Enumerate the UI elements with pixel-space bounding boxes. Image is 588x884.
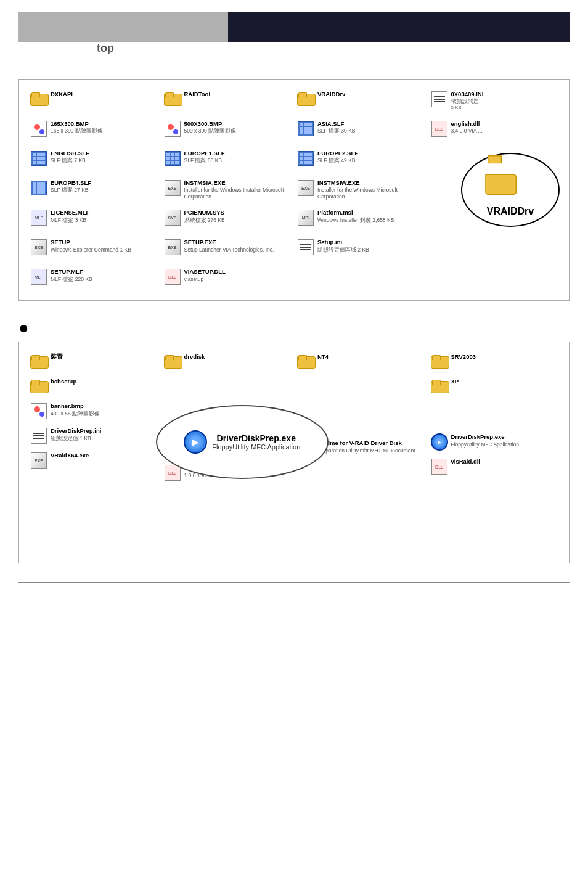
- list-item[interactable]: DLL english.dll 3.4.0.0 VIA ...: [429, 118, 560, 143]
- list-item[interactable]: SRV2003: [429, 351, 560, 376]
- bmp-icon: [30, 120, 47, 137]
- list-item[interactable]: EUROPE4.SLF SLF 檔案 27 KB: [28, 178, 160, 202]
- bmp-icon: [164, 120, 181, 137]
- list-item[interactable]: MLF SETUP.MLF MLF 檔案 220 KB: [28, 266, 160, 291]
- section2-box: 裝置 bcbsetup banner.bmp 430 x 55 點陣圖影像 Dr…: [18, 342, 570, 563]
- list-item[interactable]: 0X03409.INI 依預設問題 5 KB: [429, 89, 560, 113]
- exe-icon: EXE: [30, 452, 47, 469]
- list-item[interactable]: banner.bmp 430 x 55 點陣圖影像: [28, 401, 160, 425]
- list-item[interactable]: ▶ DriverDiskPrep.exe FloppyUtility MFC A…: [429, 432, 560, 456]
- list-item[interactable]: EUROPE1.SLF SLF 檔案 60 KB: [162, 148, 293, 173]
- exe-icon: ▶: [431, 433, 448, 451]
- callout-text: DriverDiskPrep.exe FloppyUtility MFC App…: [212, 433, 300, 451]
- header-right: [228, 12, 570, 42]
- folder-icon: [164, 91, 181, 108]
- ini-icon: [30, 427, 47, 444]
- driverdiskprep-callout: ▶ DriverDiskPrep.exe FloppyUtility MFC A…: [156, 405, 329, 479]
- slf-icon: [297, 120, 314, 137]
- dll-icon: DLL: [164, 464, 181, 481]
- list-item[interactable]: VRAIDDrv: [295, 89, 427, 113]
- list-item: [429, 266, 560, 291]
- list-item[interactable]: DXKAPI: [28, 89, 160, 113]
- page-bottom-line: [18, 582, 570, 587]
- list-item[interactable]: EXE INSTMSIA.EXE Installer for the Windo…: [162, 178, 293, 202]
- header-bar: [18, 12, 570, 42]
- driverprep-icon: ▶: [184, 430, 207, 454]
- list-item[interactable]: 500X300.BMP 500 x 300 點陣圖影像: [162, 118, 293, 143]
- list-item[interactable]: 裝置: [28, 351, 160, 376]
- ini-icon: [431, 91, 448, 108]
- list-item[interactable]: SYS PCIENUM.SYS 系統檔案 276 KB: [162, 207, 293, 232]
- section-bullet: ●: [18, 319, 29, 337]
- folder-icon: [164, 353, 181, 370]
- exe-icon: EXE: [30, 239, 47, 256]
- callout-title: DriverDiskPrep.exe: [212, 433, 300, 443]
- exe-icon: EXE: [297, 179, 314, 197]
- list-item[interactable]: 165X300.BMP 165 x 300 點陣圖影像: [28, 118, 160, 143]
- callout-subtitle: FloppyUtility MFC Application: [212, 443, 300, 451]
- top-label: top: [97, 42, 114, 55]
- list-item[interactable]: DLL VIASETUP.DLL viasetup: [162, 266, 293, 291]
- list-item[interactable]: XP: [429, 376, 560, 401]
- list-item[interactable]: EXE INSTMSIW.EXE Installer for the Windo…: [295, 178, 427, 202]
- section2-col4: SRV2003 XP ▶ DriverDiskPrep.exe FloppyUt…: [429, 351, 560, 487]
- vraiddrv-label: VRAIDDrv: [487, 206, 534, 217]
- list-item[interactable]: EXE SETUP.EXE Setup Launcher VIA Technol…: [162, 237, 293, 261]
- folder-icon: [30, 353, 47, 370]
- section2-col3: NT4 DOC readme for V-RAID Driver Disk Pr…: [295, 351, 427, 487]
- ini-icon: [297, 239, 314, 256]
- folder-icon: [297, 353, 314, 370]
- slf-icon: [297, 150, 314, 167]
- list-item[interactable]: DriverDiskPrep.ini 組態設定值 1 KB: [28, 425, 160, 450]
- slf-icon: [164, 150, 181, 167]
- dll-icon: DLL: [431, 120, 448, 137]
- list-item[interactable]: MSI Platform.msi Windows Installer 封裝 2,…: [295, 207, 427, 232]
- list-item: [295, 266, 427, 291]
- list-item[interactable]: ASIA.SLF SLF 檔案 30 KB: [295, 118, 427, 143]
- list-item[interactable]: ENGLISH.SLF SLF 檔案 7 KB: [28, 148, 160, 173]
- slf-icon: [30, 150, 47, 167]
- section1-box: DXKAPI RAIDTool VRAIDDrv 0X03409.INI 依預設…: [18, 79, 570, 301]
- list-item[interactable]: EUROPE2.SLF SLF 檔案 49 KB: [295, 148, 427, 173]
- folder-icon: [431, 378, 448, 395]
- bmp-icon: [30, 403, 47, 420]
- list-item[interactable]: NT4: [295, 351, 427, 376]
- list-item[interactable]: RAIDTool: [162, 89, 293, 113]
- list-item[interactable]: MLF LICENSE.MLF MLF 檔案 3 KB: [28, 207, 160, 232]
- folder-icon: [30, 91, 47, 108]
- list-item[interactable]: EXE SETUP Windows Explorer Command 1 KB: [28, 237, 160, 261]
- msi-icon: MSI: [297, 209, 314, 226]
- folder-icon: [30, 378, 47, 395]
- list-item[interactable]: Setup.ini 組態設定值區域 2 KB: [295, 237, 427, 261]
- folder-icon: [297, 91, 314, 108]
- exe-icon: EXE: [164, 179, 181, 197]
- callout-inner: ▶ DriverDiskPrep.exe FloppyUtility MFC A…: [184, 430, 300, 454]
- mlf-icon: MLF: [30, 268, 47, 285]
- mlf-icon: MLF: [30, 209, 47, 226]
- list-item[interactable]: DLL visRaid.dll: [429, 456, 560, 481]
- list-item[interactable]: bcbsetup: [28, 376, 160, 401]
- folder-icon: [431, 353, 448, 370]
- list-item[interactable]: drvdisk: [162, 351, 293, 376]
- list-item[interactable]: EXE VRaidX64.exe: [28, 450, 160, 475]
- header-left: [18, 12, 228, 42]
- list-item: [429, 237, 560, 261]
- dll-icon: DLL: [431, 458, 448, 475]
- slf-icon: [30, 179, 47, 197]
- section-bullet-container: ●: [18, 319, 570, 337]
- section2-col1: 裝置 bcbsetup banner.bmp 430 x 55 點陣圖影像 Dr…: [28, 351, 160, 487]
- exe-icon: EXE: [164, 239, 181, 256]
- sys-icon: SYS: [164, 209, 181, 226]
- dll-icon: DLL: [164, 268, 181, 285]
- vraiddrv-callout: VRAIDDrv: [461, 153, 560, 227]
